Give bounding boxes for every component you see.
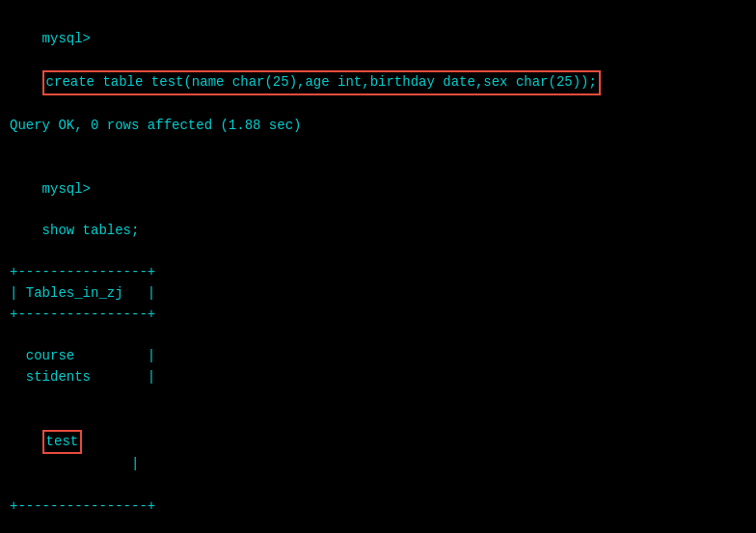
blank-3 <box>10 518 746 534</box>
table-row-course: course | <box>10 346 746 367</box>
blank-2 <box>10 325 746 346</box>
table-header: | Tables_in_zj | <box>10 283 746 305</box>
test-highlight: test <box>42 430 83 455</box>
query-ok-line: Query OK, 0 rows affected (1.88 sec) <box>10 116 746 137</box>
blank-1 <box>10 137 746 158</box>
prompt-2: mysql> <box>42 181 91 197</box>
show-cmd: show tables; <box>42 223 140 238</box>
table-border-mid: +----------------+ <box>10 305 746 326</box>
create-table-command: create table test(name char(25),age int,… <box>42 70 601 95</box>
show-tables-prompt: mysql> show tables; <box>10 158 746 262</box>
terminal-window: mysql> create table test(name char(25),a… <box>10 8 746 533</box>
prompt-1: mysql> <box>42 31 91 46</box>
table-border-top: +----------------+ <box>10 262 746 283</box>
table-border-bottom: +----------------+ <box>10 496 746 518</box>
command-line-1: mysql> create table test(name char(25),a… <box>10 8 746 116</box>
table-row-test: test | <box>10 387 746 495</box>
table-row-stidents: stidents | <box>10 367 746 388</box>
